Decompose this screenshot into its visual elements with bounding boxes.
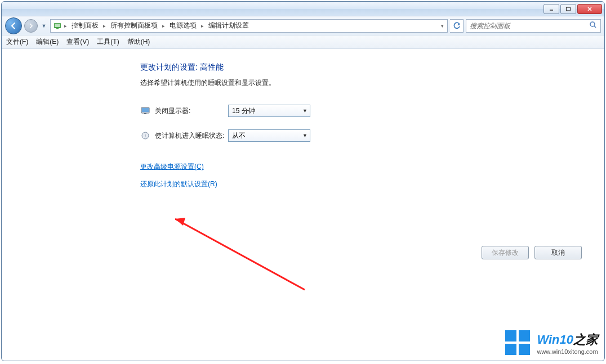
svg-rect-1 [567,7,571,11]
refresh-button[interactable] [450,19,464,33]
search-box[interactable] [466,19,601,33]
chevron-down-icon: ▼ [302,108,308,114]
svg-marker-14 [175,218,185,226]
monitor-icon [140,106,150,116]
watermark-logo-icon [505,330,531,356]
nav-history-dropdown[interactable]: ▼ [40,23,48,29]
titlebar [2,2,604,16]
nav-forward-button[interactable] [24,19,38,33]
moon-icon [140,131,150,141]
search-icon [589,21,597,30]
svg-rect-6 [56,28,59,29]
chevron-down-icon[interactable]: ▾ [440,23,445,29]
menu-edit[interactable]: 编辑(E) [36,37,59,47]
sleep-dropdown[interactable]: 从不 ▼ [228,129,310,142]
chevron-right-icon: ▸ [63,23,68,29]
svg-line-13 [175,219,305,290]
maximize-button[interactable] [560,4,576,14]
address-bar[interactable]: ▸ 控制面板 ▸ 所有控制面板项 ▸ 电源选项 ▸ 编辑计划设置 ▾ [50,19,448,33]
nav-back-button[interactable] [5,17,22,34]
display-off-label: 关闭显示器: [155,106,228,116]
watermark: Win10之家 www.win10xitong.com [505,330,598,356]
svg-rect-5 [55,24,60,27]
close-button[interactable] [577,4,602,14]
chevron-right-icon: ▸ [161,23,166,29]
svg-point-7 [590,22,595,26]
watermark-text: Win10之家 www.win10xitong.com [537,331,598,355]
search-input[interactable] [470,22,589,30]
page-title: 更改计划的设置: 高性能 [140,62,604,73]
menu-view[interactable]: 查看(V) [66,37,89,47]
links-section: 更改高级电源设置(C) 还原此计划的默认设置(R) [140,162,604,189]
menu-tools[interactable]: 工具(T) [97,37,119,47]
breadcrumb-item[interactable]: 所有控制面板项 [108,21,160,30]
display-off-value: 15 分钟 [232,106,255,116]
annotation-arrow [175,217,310,295]
setting-display-off: 关闭显示器: 15 分钟 ▼ [140,105,604,117]
menu-bar: 文件(F) 编辑(E) 查看(V) 工具(T) 帮助(H) [2,35,604,49]
chevron-down-icon: ▼ [302,133,308,138]
save-button[interactable]: 保存修改 [482,246,529,259]
svg-rect-10 [142,108,149,112]
breadcrumb-item[interactable]: 编辑计划设置 [206,21,251,30]
cancel-button[interactable]: 取消 [534,246,582,259]
advanced-power-link[interactable]: 更改高级电源设置(C) [140,162,604,172]
watermark-brand-b: 之家 [573,332,598,347]
watermark-brand-a: Win10 [537,332,573,347]
menu-help[interactable]: 帮助(H) [127,37,150,47]
svg-line-8 [594,26,596,28]
display-off-dropdown[interactable]: 15 分钟 ▼ [228,105,310,117]
watermark-url: www.win10xitong.com [537,348,598,355]
chevron-right-icon: ▸ [102,23,107,29]
control-panel-icon [53,21,62,30]
sleep-label: 使计算机进入睡眠状态: [155,131,228,141]
nav-bar: ▼ ▸ 控制面板 ▸ 所有控制面板项 ▸ 电源选项 ▸ 编辑计划设置 ▾ [2,16,604,35]
breadcrumb-item[interactable]: 电源选项 [167,21,199,30]
restore-defaults-link[interactable]: 还原此计划的默认设置(R) [140,179,604,189]
setting-sleep: 使计算机进入睡眠状态: 从不 ▼ [140,129,604,142]
svg-rect-11 [144,113,146,114]
sleep-value: 从不 [232,131,246,141]
minimize-button[interactable] [543,4,559,14]
page-subtitle: 选择希望计算机使用的睡眠设置和显示设置。 [140,78,604,88]
window-controls [543,4,602,14]
chevron-right-icon: ▸ [200,23,205,29]
button-row: 保存修改 取消 [482,246,582,259]
breadcrumb-item[interactable]: 控制面板 [69,21,101,30]
menu-file[interactable]: 文件(F) [6,37,28,47]
window-frame: ▼ ▸ 控制面板 ▸ 所有控制面板项 ▸ 电源选项 ▸ 编辑计划设置 ▾ [1,1,605,361]
content-area: 更改计划的设置: 高性能 选择希望计算机使用的睡眠设置和显示设置。 关闭显示器:… [2,49,604,361]
